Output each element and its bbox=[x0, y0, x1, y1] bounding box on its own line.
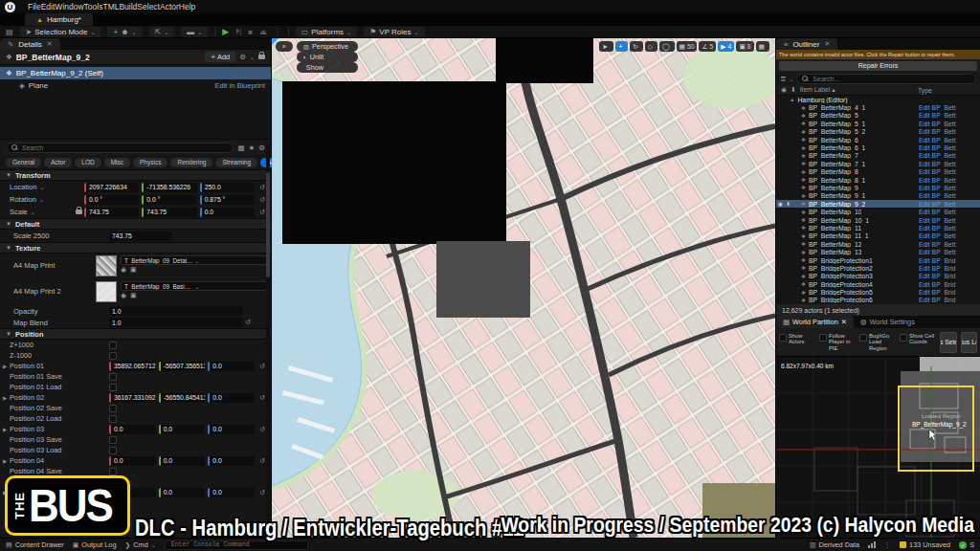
add-actor-dropdown[interactable]: +☻⌄ bbox=[107, 27, 142, 37]
rotation-snap-toggle[interactable]: ∠5 bbox=[699, 41, 716, 52]
transform-label-dropdown[interactable]: Rotation⌄ bbox=[10, 195, 73, 204]
scale-lock-icon[interactable] bbox=[76, 209, 82, 214]
transform-label-dropdown[interactable]: Scale⌄ bbox=[10, 208, 73, 216]
rotate-tool-icon[interactable]: ↻ bbox=[630, 41, 643, 52]
play-options-icon[interactable]: ⋮ bbox=[274, 28, 281, 36]
edit-blueprint-link[interactable]: Edit BP_Brid bbox=[919, 289, 976, 296]
menu-item[interactable]: File bbox=[28, 2, 41, 11]
cmd-dropdown[interactable]: ❯ Cmd⌄ bbox=[124, 540, 155, 549]
edit-blueprint-link[interactable]: Edit BP_Bett bbox=[919, 144, 976, 151]
filter-chip[interactable]: LOD bbox=[75, 158, 100, 167]
outliner-row[interactable]: ❖ BP_BridgeProtection2 Edit BP_Brid bbox=[776, 264, 980, 272]
edit-blueprint-link[interactable]: Edit BP_Bett bbox=[919, 177, 976, 184]
selection-mode-dropdown[interactable]: ➤ Selection Mode⌄ bbox=[20, 27, 101, 37]
filter-chip[interactable]: General bbox=[6, 158, 41, 167]
component-row-self[interactable]: ❖ BP_BetterMap_9_2 (Self) bbox=[0, 67, 271, 79]
repair-errors-button[interactable]: Repair Errors bbox=[779, 61, 977, 71]
play-button[interactable]: ▶ bbox=[222, 27, 229, 36]
menu-item[interactable]: Edit bbox=[41, 2, 56, 11]
expand-arrow-icon[interactable]: ▶ bbox=[0, 364, 10, 369]
texture-asset-dropdown[interactable]: T_BetterMap_09_Basic_LangeReihe_03⌄ bbox=[121, 281, 267, 291]
use-selected-asset-icon[interactable]: ◉ bbox=[121, 292, 126, 299]
x-value-field[interactable]: 743.75 bbox=[84, 208, 139, 217]
edit-blueprint-link[interactable]: Edit BP_Brid bbox=[919, 257, 976, 264]
add-component-button[interactable]: +Add bbox=[205, 52, 235, 62]
filter-chip[interactable]: Streaming bbox=[215, 158, 257, 167]
x-value-field[interactable]: 0.0 bbox=[109, 425, 156, 434]
outliner-row[interactable]: ❖ BP_BetterMap_10 Edit BP_Bett bbox=[776, 208, 980, 215]
section-position[interactable]: ▼ Position bbox=[0, 328, 271, 340]
eject-button[interactable]: ⏏ bbox=[259, 28, 267, 36]
platforms-dropdown[interactable]: ▭ Platforms⌄ bbox=[296, 27, 357, 37]
outliner-row[interactable]: ❖ BP_BetterMap_12 Edit BP_Bett bbox=[776, 240, 980, 248]
texture-thumbnail[interactable] bbox=[96, 281, 117, 302]
checkbox[interactable] bbox=[109, 436, 117, 444]
outliner-row[interactable]: ❖ BP_BetterMap_13 Edit BP_Bett bbox=[776, 248, 980, 255]
expand-arrow-icon[interactable]: ▶ bbox=[0, 427, 10, 432]
outliner-row[interactable]: ❖ BP_BetterMap_11 Edit BP_Bett bbox=[776, 224, 980, 231]
use-selected-asset-icon[interactable]: ◉ bbox=[121, 266, 126, 274]
unreal-logo-icon[interactable]: U bbox=[5, 2, 15, 12]
camera-speed-button[interactable]: ▶4 bbox=[718, 41, 734, 52]
filter-chip[interactable]: Physics bbox=[133, 158, 167, 167]
outliner-row[interactable]: ❖ BP_BetterMap_9 Edit BP_Bett bbox=[776, 184, 980, 191]
x-value-field[interactable]: 36167.331092 bbox=[109, 393, 156, 403]
view-mode-selector[interactable]: ◐Unlit bbox=[297, 52, 358, 62]
outliner-row[interactable]: ❖ BP_BridgeProtection1 Edit BP_Brid bbox=[776, 256, 980, 264]
edit-blueprint-link[interactable]: Edit BP_Bett bbox=[919, 128, 976, 135]
edit-blueprint-link[interactable]: Edit BP_Bett bbox=[919, 209, 976, 215]
x-value-field[interactable]: 2097.226634 bbox=[84, 183, 139, 192]
outliner-row[interactable]: ❖ BP_BetterMap_11_1 Edit BP_Bett bbox=[776, 232, 980, 240]
edit-blueprint-link[interactable]: Edit BP_Brid bbox=[919, 281, 976, 288]
expand-arrow-icon[interactable]: ▶ bbox=[0, 395, 10, 401]
outliner-row[interactable]: ❖ BP_BetterMap_7_1 Edit BP_Bett bbox=[776, 160, 980, 167]
level-viewport[interactable]: ≡ ▥Perspective ◐Unlit Show ► + ↻ ◇ ◯ ▦50 bbox=[272, 38, 775, 538]
edit-blueprint-link[interactable]: Edit BP_Bett bbox=[919, 137, 976, 143]
map-blend-field[interactable]: 1.0 bbox=[109, 318, 243, 327]
more-options-icon[interactable]: ⋮ bbox=[884, 541, 891, 549]
menu-item[interactable]: Actor bbox=[160, 2, 179, 11]
z-value-field[interactable]: 0.0 bbox=[208, 488, 255, 497]
edit-blueprint-link[interactable]: Edit BP_Brid bbox=[919, 273, 976, 279]
y-value-field[interactable]: 0.0 bbox=[159, 425, 206, 434]
console-command-input[interactable] bbox=[165, 540, 308, 550]
filter-icon[interactable]: ≣ bbox=[780, 75, 786, 83]
checkbox[interactable] bbox=[109, 468, 117, 475]
menu-item[interactable]: Build bbox=[119, 2, 137, 11]
outliner-row[interactable]: ❖ BP_BetterMap_5 Edit BP_Bett bbox=[776, 112, 980, 120]
outliner-row[interactable]: ❖ BP_BetterMap_7 Edit BP_Bett bbox=[776, 152, 980, 160]
edit-blueprint-link[interactable]: Edit BP_Bett bbox=[919, 152, 976, 159]
texture-asset-dropdown[interactable]: T_BetterMap_09_Detail_LangeReihe_03⌄ bbox=[121, 255, 267, 265]
pin-icon[interactable]: ⬇ bbox=[791, 86, 796, 94]
outliner-row[interactable]: ❖ BP_BetterMap_9_2 Edit BP_Bett bbox=[776, 200, 980, 208]
outliner-row[interactable]: ❖ BP_BridgeProtection5 Edit BP_Brid bbox=[776, 288, 980, 296]
expand-arrow-icon[interactable]: ▶ bbox=[0, 458, 10, 464]
derived-data-button[interactable]: ▥ Derived Data bbox=[810, 540, 859, 549]
section-transform[interactable]: ▼ Transform bbox=[0, 169, 271, 181]
checkbox[interactable] bbox=[109, 352, 117, 360]
skip-button[interactable]: ⏵| bbox=[235, 27, 241, 36]
section-texture[interactable]: ▼ Texture bbox=[0, 242, 271, 253]
filter-chip[interactable]: Actor bbox=[44, 158, 72, 167]
edit-blueprint-link[interactable]: Edit BP_Bett bbox=[919, 104, 976, 111]
texture-thumbnail[interactable] bbox=[96, 255, 117, 276]
edit-blueprint-link[interactable]: Edit BP_Bett bbox=[919, 192, 976, 199]
menu-item[interactable]: Select bbox=[137, 2, 160, 11]
gear-icon[interactable]: ⚙ bbox=[258, 143, 265, 152]
cinematics-dropdown[interactable]: ▬⌄ bbox=[181, 27, 208, 37]
x-value-field[interactable]: 0.0 bbox=[109, 456, 156, 466]
checkbox[interactable] bbox=[109, 447, 117, 454]
perspective-selector[interactable]: ▥Perspective bbox=[297, 41, 358, 52]
show-flags-selector[interactable]: Show bbox=[297, 62, 358, 73]
world-row[interactable]: ▲ Hamburg (Editor) bbox=[776, 96, 980, 103]
edit-blueprint-link[interactable]: Edit BP_Bett bbox=[919, 161, 976, 167]
section-default[interactable]: ▼ Default bbox=[0, 218, 271, 230]
edit-blueprint-link[interactable]: Edit BP_Bett bbox=[919, 185, 976, 191]
filter-chip[interactable]: Misc bbox=[104, 158, 130, 167]
source-control-button[interactable]: ✓ S bbox=[959, 540, 974, 549]
outliner-row[interactable]: ❖ BP_BetterMap_6_1 Edit BP_Bett bbox=[776, 143, 980, 151]
save-icon[interactable]: ▤ bbox=[6, 28, 13, 36]
close-icon[interactable]: ✕ bbox=[824, 40, 830, 48]
browse-asset-icon[interactable]: ▣ bbox=[130, 266, 137, 274]
y-value-field[interactable]: 743.75 bbox=[142, 208, 196, 217]
